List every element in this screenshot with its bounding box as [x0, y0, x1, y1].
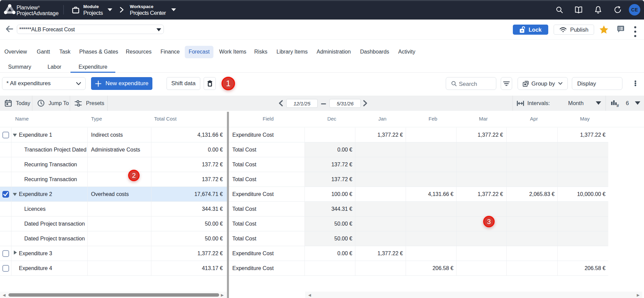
- svg-text:#: #: [617, 103, 619, 107]
